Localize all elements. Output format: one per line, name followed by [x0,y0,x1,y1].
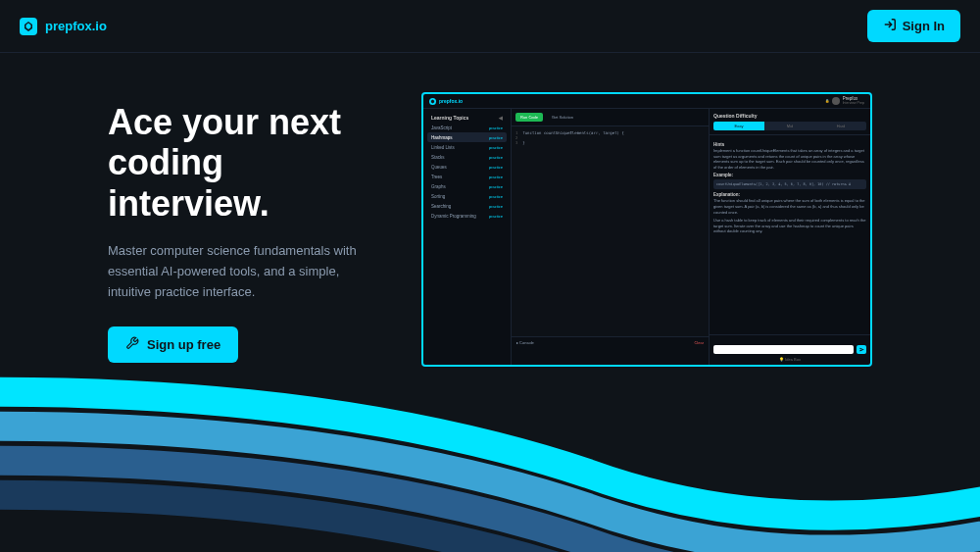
tab-hard: Hard [815,122,866,130]
signin-icon [883,18,897,34]
solution-button: Get Solution [547,113,578,122]
code-editor: 1 function countUniqueElements(arr, targ… [512,126,709,336]
ss-header: prepfox.io 🔒 Prepfox Interview Prep [423,94,870,109]
topic-item: JavaScriptpractice [427,123,507,132]
hero-section: Ace your next coding interview. Master c… [0,53,980,367]
brand-text: prepfox.io [45,19,107,33]
run-button: Run Code [515,113,543,122]
signin-label: Sign In [903,19,945,33]
question-header: Question Difficulty Easy Mid Hard [710,109,870,135]
signup-label: Sign up free [147,337,220,352]
ss-logo: prepfox.io [429,97,463,105]
signup-button[interactable]: Sign up free [108,326,238,363]
lock-icon: 🔒 [825,99,829,103]
ss-user-menu: 🔒 Prepfox Interview Prep [825,97,864,105]
logo[interactable]: prepfox.io [20,18,107,35]
question-body: Hints Implement a function countUniqueEl… [710,135,870,334]
topic-item: Linked Listspractice [427,142,507,152]
signin-button[interactable]: Sign In [867,10,960,42]
topic-item: Hashmapspractice [427,132,507,142]
tools-icon [125,336,139,353]
topic-item: Treespractice [427,172,507,181]
topic-item: Dynamic Programmingpractice [427,211,507,221]
tab-mid: Mid [764,122,815,130]
idea-box-label: 💡 Idea Box [713,357,866,362]
top-nav: prepfox.io Sign In [0,0,980,53]
ss-toolbar: Run Code Get Solution [512,109,709,126]
clear-button: Clear [694,340,704,363]
chat-input [713,345,854,354]
console: ▸ Console Clear [512,336,709,366]
avatar-icon [832,97,840,105]
topic-item: Sortingpractice [427,191,507,201]
chat-area: 💡 Idea Box [710,334,870,366]
topic-item: Searchingpractice [427,201,507,211]
ss-main: Run Code Get Solution 1 function countUn… [512,109,709,366]
hero-title: Ace your next coding interview. [108,102,363,224]
hero-content: Ace your next coding interview. Master c… [108,92,363,367]
hero-subtitle: Master computer science fundamentals wit… [108,241,363,302]
fox-icon [20,18,37,35]
tab-easy: Easy [713,122,764,130]
topic-item: Stackspractice [427,152,507,162]
difficulty-tabs: Easy Mid Hard [713,122,866,130]
ss-sidebar-title: Learning Topics ◀ [427,113,507,123]
ss-right-panel: Question Difficulty Easy Mid Hard Hints … [709,109,870,366]
ss-fox-icon [429,98,436,105]
ss-sidebar: Learning Topics ◀ JavaScriptpracticeHash… [423,109,512,366]
send-button [857,345,866,354]
product-screenshot: prepfox.io 🔒 Prepfox Interview Prep Lear… [421,92,872,367]
topic-item: Graphspractice [427,181,507,191]
topic-item: Queuespractice [427,162,507,172]
